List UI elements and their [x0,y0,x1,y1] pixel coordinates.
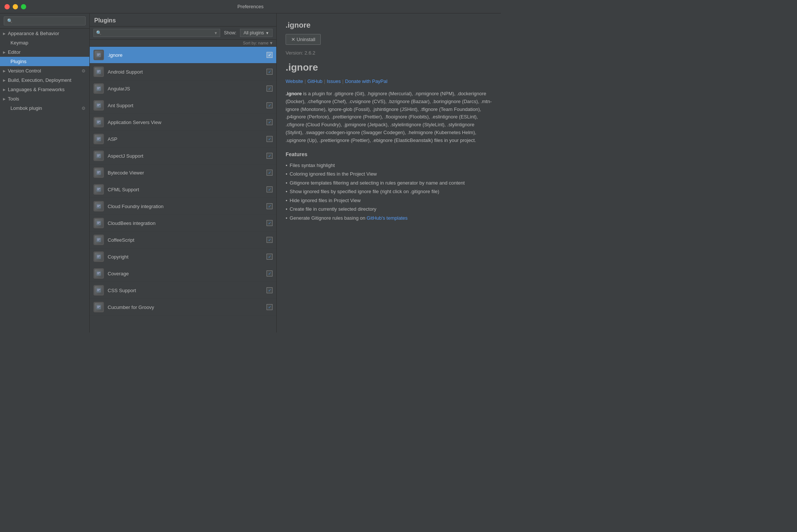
plugin-icon [93,167,104,178]
svg-rect-22 [97,171,100,172]
feature-text: Coloring ignored files in the Project Vi… [290,170,377,178]
plugin-item-ant-support[interactable]: Ant Support [90,97,276,114]
plugin-checkbox[interactable] [267,86,273,92]
minimize-button[interactable] [13,4,18,9]
sort-dropdown-icon[interactable]: ▼ [269,41,273,45]
close-button[interactable] [4,4,10,9]
search-icon: 🔍 [96,30,102,35]
plugin-checkbox[interactable] [267,254,273,260]
sidebar-item-appearance[interactable]: ▶ Appearance & Behavior [0,29,89,38]
svg-rect-7 [97,87,100,88]
issues-link[interactable]: Issues [327,78,341,84]
plugin-checkbox[interactable] [267,237,273,243]
plugin-item-android-support[interactable]: Android Support [90,64,276,80]
sidebar-item-editor[interactable]: ▶ Editor [0,47,89,57]
feature-item: Coloring ignored files in the Project Vi… [286,170,492,179]
plugin-item-cfml[interactable]: CFML Support [90,181,276,198]
sidebar-item-keymap[interactable]: Keymap [0,38,89,47]
plugin-item-cloud-foundry[interactable]: Cloud Foundry integration [90,198,276,215]
plugin-search-input[interactable] [103,30,212,35]
plugin-checkbox[interactable] [267,102,273,108]
feature-text: Generate Gitignore rules basing on GitHu… [290,214,407,222]
svg-rect-43 [97,289,100,290]
plugin-checkbox[interactable] [267,220,273,226]
sidebar-item-label: Editor [8,49,21,55]
plugin-name: CoffeeScript [108,237,263,243]
plugin-checkbox[interactable] [267,287,273,293]
feature-text: Create file in currently selected direct… [290,205,376,213]
plugin-checkbox[interactable] [267,304,273,310]
plugin-name: Coverage [108,271,263,276]
maximize-button[interactable] [21,4,26,9]
uninstall-button[interactable]: ✕ Uninstall [286,34,321,45]
title-bar: Preferences [0,0,501,13]
svg-rect-14 [97,122,99,123]
svg-rect-13 [97,121,100,122]
plugin-icon [93,251,104,262]
sidebar-item-languages[interactable]: ▶ Languages & Frameworks [0,85,89,94]
svg-rect-4 [97,71,100,71]
link-separator-2: | [324,78,325,84]
plugin-icon [93,285,104,296]
github-templates-link[interactable]: GitHub's templates [367,215,407,221]
svg-rect-38 [97,257,99,257]
plugin-checkbox[interactable] [267,52,273,58]
plugin-item-app-servers[interactable]: Application Servers View [90,114,276,131]
sidebar-search-input[interactable] [4,16,86,25]
feature-item: Gitignore templates filtering and select… [286,179,492,188]
plugin-name: .ignore [108,52,263,58]
search-dropdown-icon[interactable]: ▼ [214,31,218,35]
svg-rect-34 [97,239,100,239]
plugin-search-box[interactable]: 🔍 ▼ [93,29,220,37]
github-link[interactable]: GitHub [307,78,322,84]
feature-text: Gitignore templates filtering and select… [290,179,465,187]
plugin-item-copyright[interactable]: Copyright [90,248,276,265]
svg-rect-19 [97,155,100,155]
plugin-checkbox[interactable] [267,203,273,209]
show-dropdown[interactable]: All plugins ▼ [240,29,273,37]
plugin-item-bytecode[interactable]: Bytecode Viewer [90,164,276,181]
svg-rect-44 [97,290,99,291]
svg-rect-5 [97,72,99,72]
svg-rect-32 [97,223,99,224]
plugin-list-container: Plugins 🔍 ▼ Show: All plugins ▼ [90,13,277,332]
link-separator-3: | [342,78,344,84]
plugin-item-coverage[interactable]: Coverage [90,265,276,282]
svg-rect-37 [97,256,100,256]
plugin-item-ignore[interactable]: .ignore [90,47,276,64]
plugin-icon [93,235,104,245]
plugin-item-cucumber-groovy[interactable]: Cucumber for Groovy [90,299,276,316]
website-link[interactable]: Website [286,78,303,84]
plugin-item-angularjs[interactable]: AngularJS [90,80,276,97]
plugin-name: Cloud Foundry integration [108,204,263,209]
plugin-checkbox[interactable] [267,270,273,276]
sidebar: ▶ Appearance & Behavior Keymap ▶ Editor … [0,13,90,332]
sidebar-item-plugins[interactable]: Plugins [0,57,89,66]
chevron-right-icon: ▶ [3,78,6,82]
plugin-name: Bytecode Viewer [108,170,263,176]
plugins-header: Plugins [90,13,276,27]
sidebar-item-label: Version Control [8,68,41,74]
features-title: Features [286,151,492,157]
donate-link[interactable]: Donate with PayPal [345,78,387,84]
sort-bar: Sort by: name ▼ [90,40,276,47]
plugin-checkbox[interactable] [267,136,273,142]
svg-rect-10 [97,104,100,105]
plugin-checkbox[interactable] [267,69,273,75]
plugin-checkbox[interactable] [267,186,273,192]
svg-rect-2 [97,55,99,56]
plugin-item-asp[interactable]: ASP [90,131,276,148]
plugin-checkbox[interactable] [267,153,273,159]
plugin-item-aspectj[interactable]: AspectJ Support [90,148,276,164]
plugin-checkbox[interactable] [267,170,273,176]
plugin-item-cloudbees[interactable]: CloudBees integration [90,215,276,232]
feature-text: Show ignored files by specified ignore f… [290,188,439,195]
sidebar-item-tools[interactable]: ▶ Tools [0,94,89,103]
plugin-item-coffeescript[interactable]: CoffeeScript [90,232,276,248]
plugin-checkbox[interactable] [267,119,273,125]
plugin-item-css-support[interactable]: CSS Support [90,282,276,299]
detail-name-big: .ignore [286,62,492,73]
sidebar-item-lombok[interactable]: Lombok plugin ⚙ [0,103,89,113]
sidebar-item-build[interactable]: ▶ Build, Execution, Deployment [0,75,89,85]
sidebar-item-version-control[interactable]: ▶ Version Control ⚙ [0,66,89,75]
